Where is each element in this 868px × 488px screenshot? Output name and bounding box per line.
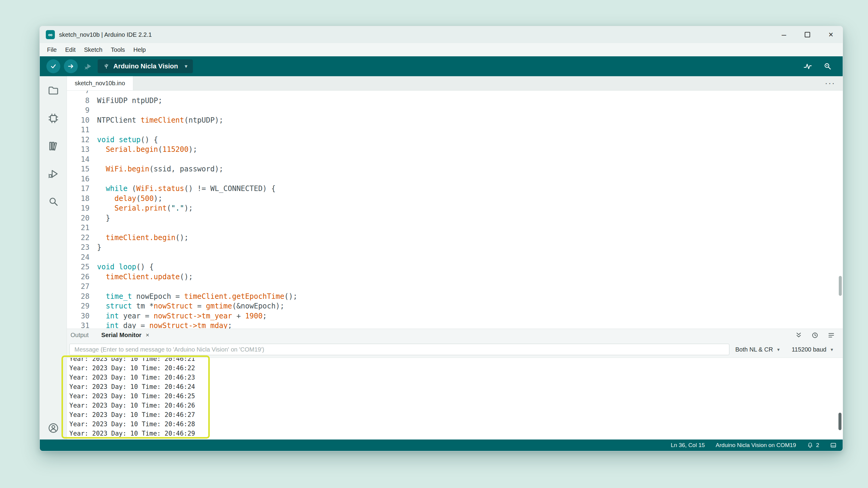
editor-scrollbar-thumb[interactable] — [839, 276, 842, 296]
line-number: 14 — [67, 155, 97, 164]
code-line[interactable]: 15 WiFi.begin(ssid, password); — [67, 164, 838, 174]
serial-toolbar: Both NL & CR ▾ 115200 baud ▾ — [67, 341, 843, 358]
code-line[interactable]: 20 } — [67, 213, 838, 223]
clock-icon — [811, 332, 818, 339]
statusbar: Ln 36, Col 15 Arduino Nicla Vision on CO… — [40, 440, 843, 451]
collapse-panel-button[interactable] — [795, 332, 802, 339]
editor-scrollbar[interactable] — [838, 91, 843, 329]
menu-tools[interactable]: Tools — [107, 43, 129, 56]
board-selector[interactable]: Arduino Nicla Vision ▾ — [98, 59, 193, 73]
code-line[interactable]: 19 Serial.print("."); — [67, 203, 838, 213]
account-icon — [47, 422, 59, 434]
titlebar: ∞ sketch_nov10b | Arduino IDE 2.2.1 – × — [40, 26, 843, 43]
search-icon — [48, 196, 59, 207]
folder-icon — [48, 85, 59, 96]
baud-rate-dropdown[interactable]: 115200 baud ▾ — [786, 344, 839, 355]
serial-monitor-button[interactable] — [820, 59, 835, 73]
code-line[interactable]: 21 — [67, 223, 838, 233]
editor-menu-button[interactable]: ··· — [825, 76, 843, 90]
line-number: 13 — [67, 144, 97, 155]
line-number: 11 — [67, 125, 97, 135]
menu-edit[interactable]: Edit — [61, 43, 80, 56]
tab-serial-monitor[interactable]: Serial Monitor × — [101, 329, 149, 341]
close-button[interactable]: × — [819, 26, 843, 43]
code-editor[interactable]: 78WiFiUDP ntpUDP;910NTPClient timeClient… — [67, 91, 843, 329]
board-chip-icon — [48, 113, 59, 124]
serial-scrollbar-thumb[interactable] — [838, 413, 841, 430]
line-number: 15 — [67, 164, 97, 174]
verify-button[interactable] — [46, 59, 60, 73]
notification-count: 2 — [816, 442, 819, 449]
toggle-panel-button[interactable] — [830, 442, 837, 449]
panel-toggle-icon — [830, 442, 837, 449]
sidebar-item-boards-manager[interactable] — [47, 112, 60, 125]
serial-line: Year: 2023 Day: 10 Time: 20:46:24 — [69, 382, 195, 392]
line-number: 21 — [67, 223, 97, 233]
line-number: 12 — [67, 135, 97, 145]
maximize-icon — [805, 32, 810, 37]
main-area: sketch_nov10b.ino ··· 78WiFiUDP ntpUDP;9… — [67, 76, 843, 440]
code-line[interactable]: 26 timeClient.update(); — [67, 272, 838, 282]
tab-sketch-file[interactable]: sketch_nov10b.ino — [67, 76, 133, 90]
window-title: sketch_nov10b | Arduino IDE 2.2.1 — [59, 31, 152, 38]
code-line[interactable]: 24 — [67, 253, 838, 262]
baud-rate-value: 115200 baud — [792, 346, 827, 353]
sidebar-item-search[interactable] — [47, 195, 60, 208]
arduino-ide-window: ∞ sketch_nov10b | Arduino IDE 2.2.1 – × … — [39, 26, 843, 451]
serial-plotter-icon — [803, 62, 812, 71]
sidebar-item-sketchbook[interactable] — [47, 84, 60, 97]
maximize-button[interactable] — [796, 26, 819, 43]
code-line[interactable]: 10NTPClient timeClient(ntpUDP); — [67, 116, 838, 125]
serial-line: Year: 2023 Day: 10 Time: 20:46:27 — [69, 410, 195, 420]
serial-message-input[interactable] — [69, 344, 730, 355]
close-serial-monitor-icon[interactable]: × — [146, 332, 149, 338]
code-line[interactable]: 28 time_t nowEpoch = timeClient.getEpoch… — [67, 292, 838, 301]
serial-plotter-button[interactable] — [801, 59, 815, 73]
menu-help[interactable]: Help — [129, 43, 150, 56]
code-line[interactable]: 16 — [67, 174, 838, 184]
minimize-button[interactable]: – — [772, 26, 796, 43]
status-board-port[interactable]: Arduino Nicla Vision on COM19 — [716, 442, 796, 449]
code-line[interactable]: 25void loop() { — [67, 262, 838, 272]
account-button[interactable] — [47, 421, 60, 435]
code-line[interactable]: 7 — [67, 91, 838, 96]
sidebar-item-library-manager[interactable] — [47, 139, 60, 153]
code-line[interactable]: 12void setup() { — [67, 135, 838, 145]
code-line[interactable]: 13 Serial.begin(115200); — [67, 144, 838, 155]
line-number: 25 — [67, 262, 97, 272]
chevron-down-icon: ▾ — [831, 347, 833, 352]
chevron-down-icon: ▾ — [185, 63, 187, 70]
code-line[interactable]: 23} — [67, 242, 838, 253]
serial-line: Year: 2023 Day: 10 Time: 20:46:22 — [69, 364, 195, 373]
code-line[interactable]: 29 struct tm *nowStruct = gmtime(&nowEpo… — [67, 301, 838, 311]
desktop-background: { "icons": { "infinity": "∞", "minimize"… — [0, 0, 868, 488]
serial-output[interactable]: Year: 2023 Day: 10 Time: 20:46:21Year: 2… — [67, 358, 843, 440]
menu-file[interactable]: File — [43, 43, 61, 56]
tab-output[interactable]: Output — [70, 329, 89, 341]
timestamp-toggle-button[interactable] — [811, 332, 818, 339]
line-number: 8 — [67, 96, 97, 106]
books-icon — [48, 140, 59, 152]
code-line[interactable]: 8WiFiUDP ntpUDP; — [67, 96, 838, 106]
code-line[interactable]: 11 — [67, 125, 838, 135]
code-line[interactable]: 14 — [67, 155, 838, 164]
sidebar-item-debug[interactable] — [47, 167, 60, 181]
notifications-button[interactable]: 2 — [807, 442, 819, 449]
line-ending-dropdown[interactable]: Both NL & CR ▾ — [730, 344, 786, 355]
line-number: 20 — [67, 213, 97, 223]
code-line[interactable]: 30 int year = nowStruct->tm_year + 1900; — [67, 311, 838, 321]
code-line[interactable]: 17 while (WiFi.status() != WL_CONNECTED)… — [67, 184, 838, 194]
code-line[interactable]: 27 — [67, 282, 838, 292]
code-line[interactable]: 31 int day = nowStruct->tm_mday; — [67, 321, 838, 329]
serial-line: Year: 2023 Day: 10 Time: 20:46:25 — [69, 392, 195, 401]
cursor-position[interactable]: Ln 36, Col 15 — [671, 442, 705, 449]
code-line[interactable]: 9 — [67, 105, 838, 116]
code-line[interactable]: 18 delay(500); — [67, 194, 838, 204]
code-line[interactable]: 22 timeClient.begin(); — [67, 233, 838, 243]
clear-output-button[interactable] — [828, 332, 835, 339]
line-ending-value: Both NL & CR — [735, 346, 773, 353]
debug-button[interactable] — [82, 59, 95, 73]
menu-sketch[interactable]: Sketch — [80, 43, 107, 56]
upload-button[interactable] — [64, 59, 78, 73]
line-number: 22 — [67, 233, 97, 243]
